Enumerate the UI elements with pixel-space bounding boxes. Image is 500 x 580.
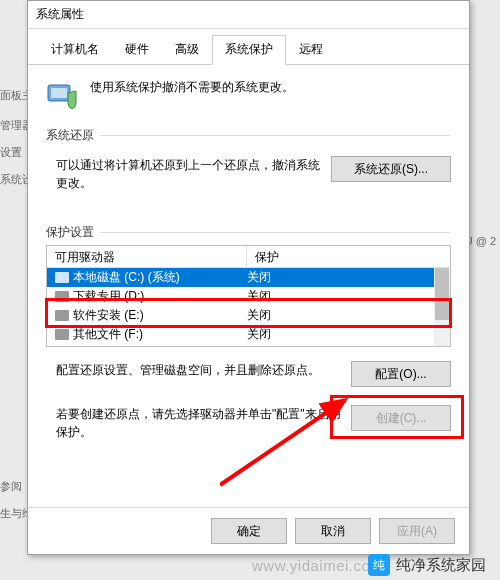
drive-status: 关闭 xyxy=(247,326,442,343)
system-properties-dialog: 系统属性 计算机名 硬件 高级 系统保护 远程 使用系统保护撤消不需要的系统更改… xyxy=(27,0,470,555)
drive-row[interactable]: 本地磁盘 (C:) (系统)关闭 xyxy=(47,268,450,287)
drive-row[interactable]: 下载专用 (D:)关闭 xyxy=(47,287,450,306)
drive-name: 下载专用 (D:) xyxy=(73,288,144,305)
watermark-text: 纯净系统家园 xyxy=(396,556,486,575)
scrollbar-thumb[interactable] xyxy=(435,268,449,320)
cancel-button[interactable]: 取消 xyxy=(295,518,371,544)
dialog-footer: 确定 取消 应用(A) xyxy=(28,507,469,554)
watermark: 纯 纯净系统家园 xyxy=(368,554,486,576)
drive-row[interactable]: 软件安装 (E:)关闭 xyxy=(47,306,450,325)
drive-status: 关闭 xyxy=(247,269,442,286)
drive-name: 软件安装 (E:) xyxy=(73,307,144,324)
configure-text: 配置还原设置、管理磁盘空间，并且删除还原点。 xyxy=(56,361,341,379)
drive-icon xyxy=(55,310,69,321)
create-text: 若要创建还原点，请先选择驱动器并单击"配置"来启用保护。 xyxy=(56,405,341,441)
bg-text: 参阅 xyxy=(0,479,22,494)
ok-button[interactable]: 确定 xyxy=(211,518,287,544)
titlebar: 系统属性 xyxy=(28,1,469,29)
tab-hardware[interactable]: 硬件 xyxy=(112,35,162,64)
protection-section-title: 保护设置 xyxy=(46,224,451,243)
dialog-title: 系统属性 xyxy=(36,6,84,23)
tab-advanced[interactable]: 高级 xyxy=(162,35,212,64)
tab-computer-name[interactable]: 计算机名 xyxy=(38,35,112,64)
system-restore-button[interactable]: 系统还原(S)... xyxy=(331,156,451,182)
tab-content: 使用系统保护撤消不需要的系统更改。 系统还原 可以通过将计算机还原到上一个还原点… xyxy=(28,65,469,507)
drive-status: 关闭 xyxy=(247,288,442,305)
tabs: 计算机名 硬件 高级 系统保护 远程 xyxy=(28,29,469,65)
drives-listbox[interactable]: 可用驱动器 保护 本地磁盘 (C:) (系统)关闭下载专用 (D:)关闭软件安装… xyxy=(46,245,451,347)
drive-name: 其他文件 (F:) xyxy=(73,326,143,343)
apply-button: 应用(A) xyxy=(379,518,455,544)
intro-text: 使用系统保护撤消不需要的系统更改。 xyxy=(90,79,294,96)
drive-icon xyxy=(55,291,69,302)
tab-remote[interactable]: 远程 xyxy=(286,35,336,64)
configure-button[interactable]: 配置(O)... xyxy=(351,361,451,387)
col-header-drive: 可用驱动器 xyxy=(47,246,247,267)
restore-section-title: 系统还原 xyxy=(46,127,451,146)
create-button: 创建(C)... xyxy=(351,405,451,431)
bg-text: 设置 xyxy=(0,145,22,160)
drive-status: 关闭 xyxy=(247,307,442,324)
watermark-logo-icon: 纯 xyxy=(368,554,390,576)
watermark-url: www.yidaimei.com xyxy=(252,557,383,574)
drive-icon xyxy=(55,272,69,283)
drive-name: 本地磁盘 (C:) (系统) xyxy=(73,269,180,286)
drive-icon xyxy=(55,329,69,340)
restore-text: 可以通过将计算机还原到上一个还原点，撤消系统更改。 xyxy=(56,156,321,192)
drive-row[interactable]: 其他文件 (F:)关闭 xyxy=(47,325,450,344)
shield-icon xyxy=(46,79,78,111)
col-header-protect: 保护 xyxy=(247,246,450,267)
svg-rect-1 xyxy=(51,88,67,98)
tab-system-protection[interactable]: 系统保护 xyxy=(212,35,286,65)
scrollbar[interactable] xyxy=(434,268,450,346)
